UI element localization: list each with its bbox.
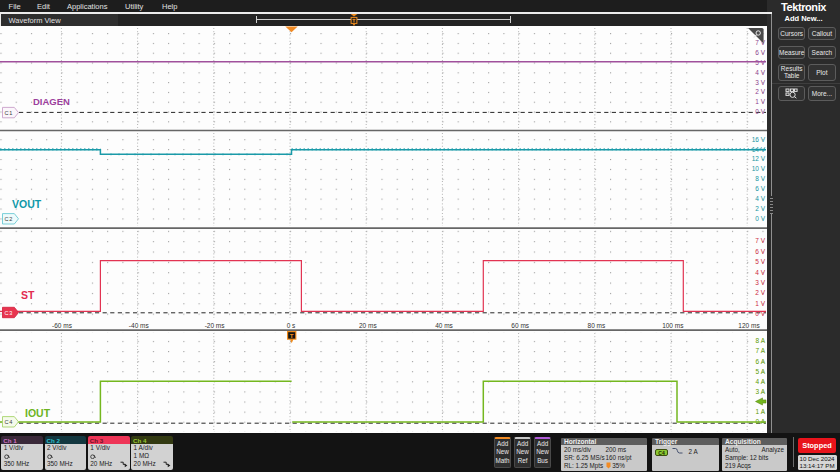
svg-text:C2: C2 <box>5 216 13 222</box>
svg-text:5 V: 5 V <box>755 258 765 265</box>
svg-text:8 V: 8 V <box>755 175 765 182</box>
svg-text:1 V: 1 V <box>755 98 765 105</box>
svg-text:10 V: 10 V <box>752 165 766 172</box>
svg-text:3 V: 3 V <box>755 79 765 86</box>
svg-text:1 A: 1 A <box>756 408 766 415</box>
svg-text:6 A: 6 A <box>756 358 766 365</box>
svg-text:-60 ms: -60 ms <box>52 322 73 329</box>
svg-text:2 V: 2 V <box>755 88 765 95</box>
svg-text:16 V: 16 V <box>752 136 766 143</box>
svg-text:6 V: 6 V <box>755 248 765 255</box>
svg-text:6 V: 6 V <box>755 185 765 192</box>
svg-text:-20 ms: -20 ms <box>205 322 226 329</box>
svg-text:8 A: 8 A <box>756 337 766 344</box>
svg-text:C3: C3 <box>5 310 13 316</box>
svg-text:0 V: 0 V <box>755 108 765 115</box>
svg-text:0 s: 0 s <box>287 322 296 329</box>
svg-text:6 V: 6 V <box>755 49 765 56</box>
svg-text:C4: C4 <box>5 419 13 425</box>
svg-text:4 V: 4 V <box>755 269 765 276</box>
svg-text:5 A: 5 A <box>756 368 766 375</box>
svg-text:40 ms: 40 ms <box>435 322 453 329</box>
svg-text:-40 ms: -40 ms <box>129 322 150 329</box>
svg-text:DIAGEN: DIAGEN <box>33 96 70 107</box>
svg-text:4 A: 4 A <box>756 378 766 385</box>
svg-text:2 V: 2 V <box>755 289 765 296</box>
svg-text:80 ms: 80 ms <box>588 322 606 329</box>
svg-text:ST: ST <box>21 289 35 301</box>
svg-text:12 V: 12 V <box>752 155 766 162</box>
svg-text:3 A: 3 A <box>756 388 766 395</box>
svg-text:C1: C1 <box>5 110 13 116</box>
svg-text:0 V: 0 V <box>755 215 765 222</box>
svg-text:7 V: 7 V <box>755 39 765 46</box>
svg-text:1 V: 1 V <box>755 300 765 307</box>
svg-text:7 A: 7 A <box>756 347 766 354</box>
svg-text:T: T <box>290 332 294 339</box>
svg-text:VOUT: VOUT <box>12 198 42 210</box>
svg-text:4 V: 4 V <box>755 195 765 202</box>
svg-text:100 ms: 100 ms <box>662 322 684 329</box>
svg-text:20 ms: 20 ms <box>359 322 377 329</box>
svg-text:3 V: 3 V <box>755 279 765 286</box>
svg-text:2 V: 2 V <box>755 205 765 212</box>
svg-text:120 ms: 120 ms <box>738 322 760 329</box>
svg-text:IOUT: IOUT <box>25 407 51 419</box>
svg-text:7 V: 7 V <box>755 237 765 244</box>
svg-text:4 V: 4 V <box>755 69 765 76</box>
svg-text:60 ms: 60 ms <box>511 322 529 329</box>
